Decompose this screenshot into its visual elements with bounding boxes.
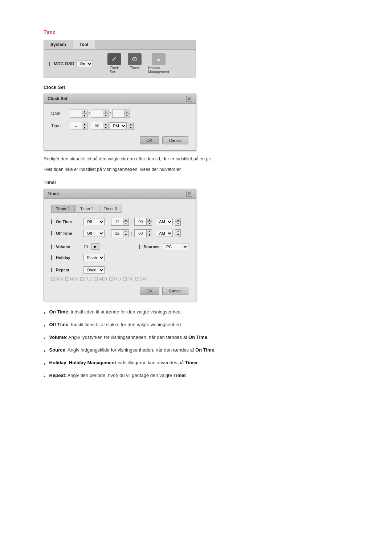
on-min-up[interactable]: ▲ — [147, 218, 152, 222]
date-year-up[interactable]: ▲ — [82, 110, 87, 114]
volume-label: Volume — [56, 245, 81, 249]
on-ampm-up[interactable]: ▲ — [175, 218, 180, 222]
off-hour-down[interactable]: ▼ — [123, 233, 128, 237]
timer-icon-item[interactable]: ⊙ Timer — [128, 53, 142, 74]
timer-ok-button[interactable]: OK — [140, 287, 159, 295]
sources-bar — [139, 245, 140, 249]
on-ampm-arrows: ▲ ▼ — [175, 218, 181, 226]
holiday-icon-item[interactable]: ≡ HolidayManagement — [148, 53, 169, 74]
pm-up[interactable]: ▲ — [128, 122, 133, 126]
day-fri-label: FRI — [127, 277, 133, 281]
date-day-up[interactable]: ▲ — [124, 110, 130, 114]
off-min-up[interactable]: ▲ — [147, 230, 152, 233]
clock-set-icon-label: ClockSet — [110, 66, 119, 74]
date-month-down[interactable]: ▼ — [103, 114, 108, 117]
off-min-down[interactable]: ▼ — [147, 233, 152, 237]
clock-dialog-close-button[interactable]: ✕ — [186, 96, 192, 102]
pm-arrows: ▲ ▼ — [128, 122, 134, 130]
on-hour-down[interactable]: ▼ — [123, 222, 128, 225]
days-row: SUN MON TUE WED THU — [51, 277, 188, 281]
off-time-label: Off Time — [56, 231, 81, 235]
day-thu: THU — [109, 277, 121, 281]
date-year-down[interactable]: ▼ — [82, 114, 87, 117]
day-thu-checkbox[interactable] — [109, 277, 113, 281]
timer-tabs: Timer 1 Timer 2 Timer 3 — [51, 205, 188, 213]
on-min-down[interactable]: ▼ — [147, 222, 152, 225]
day-wed-checkbox[interactable] — [94, 277, 98, 281]
time-title: Time — [44, 29, 348, 35]
holiday-select[interactable]: Disable Enable — [83, 254, 105, 261]
date-day-spinner[interactable]: -- ▲ ▼ — [112, 110, 130, 118]
day-tue-label: TUE — [85, 277, 92, 281]
time-hour-down[interactable]: ▼ — [82, 126, 87, 130]
clock-dialog-title: Clock Set — [48, 96, 68, 101]
timer-dialog-title: Timer — [48, 191, 59, 196]
day-fri: FRI — [123, 277, 133, 281]
clock-ok-button[interactable]: OK — [140, 136, 159, 144]
on-min-spinner[interactable]: 00 ▲ ▼ — [134, 218, 152, 226]
day-sat-label: SAT — [140, 277, 147, 281]
day-fri-checkbox[interactable] — [123, 277, 127, 281]
timer-dialog: Timer ✕ Timer 1 Timer 2 Timer 3 On Time … — [44, 189, 196, 301]
clock-set-icon-item[interactable]: ✓ ClockSet — [107, 53, 121, 74]
clock-date-row: Date ---- ▲ ▼ / -- ▲ ▼ — [51, 110, 188, 118]
day-wed: WED — [94, 277, 107, 281]
on-time-select[interactable]: Off On — [83, 218, 105, 225]
source-select[interactable]: PC HDMI — [163, 243, 188, 250]
date-year-spinner[interactable]: ---- ▲ ▼ — [70, 110, 87, 118]
time-hour-spinner[interactable]: -- ▲ ▼ — [70, 122, 87, 130]
system-tab-system[interactable]: System — [44, 40, 73, 49]
date-day-down[interactable]: ▼ — [124, 114, 130, 117]
on-ampm-down[interactable]: ▼ — [175, 222, 180, 225]
time-min-down[interactable]: ▼ — [103, 126, 108, 130]
repeat-label: Repeat — [56, 268, 81, 272]
on-time-bar — [51, 219, 52, 224]
system-tab-tool[interactable]: Tool — [73, 40, 95, 49]
repeat-select[interactable]: Once Daily Weekly — [83, 266, 105, 274]
date-day-value: -- — [113, 111, 124, 116]
system-ui-mockup: System Tool MDC OSD On Off ✓ ClockSet ⊙ … — [44, 40, 196, 78]
clock-dialog-footer: OK Cancel — [51, 134, 188, 144]
off-time-select[interactable]: Off On — [83, 230, 105, 237]
off-min-spinner[interactable]: 00 ▲ ▼ — [134, 229, 152, 237]
holiday-label: Holiday — [56, 255, 81, 260]
off-ampm-up[interactable]: ▲ — [175, 230, 180, 233]
time-ampm-select[interactable]: PM AM — [110, 122, 127, 130]
date-month-spinner[interactable]: -- ▲ ▼ — [91, 110, 109, 118]
mdc-osd-control: MDC OSD On Off — [49, 61, 93, 67]
timer-dialog-close-button[interactable]: ✕ — [186, 191, 192, 197]
holiday-icon: ≡ — [152, 53, 166, 65]
timer-cancel-button[interactable]: Cancel — [162, 287, 188, 295]
off-time-bar — [51, 231, 52, 235]
on-ampm-select[interactable]: AM PM — [156, 218, 173, 225]
date-month-up[interactable]: ▲ — [103, 110, 108, 114]
day-sun-label: SUN — [56, 277, 63, 281]
volume-increase-button[interactable]: ▶ — [91, 243, 99, 250]
system-body: MDC OSD On Off ✓ ClockSet ⊙ Timer ≡ Holi… — [44, 50, 196, 78]
off-hour-up[interactable]: ▲ — [123, 230, 128, 233]
bullet-source: • Source: Angiv indgangskilde for visnin… — [44, 346, 348, 356]
off-hour-spinner[interactable]: 12 ▲ ▼ — [111, 229, 129, 237]
pm-down[interactable]: ▼ — [128, 126, 133, 130]
timer-tab-1[interactable]: Timer 1 — [51, 205, 75, 213]
day-tue-checkbox[interactable] — [80, 277, 84, 281]
timer-tab-2[interactable]: Timer 2 — [75, 205, 98, 213]
time-min-up[interactable]: ▲ — [103, 122, 108, 126]
day-sun-checkbox[interactable] — [51, 277, 55, 281]
sources-label: Sources — [144, 245, 159, 249]
time-hour-up[interactable]: ▲ — [82, 122, 87, 126]
day-sat-checkbox[interactable] — [135, 277, 139, 281]
day-mon-label: MON — [70, 277, 78, 281]
timer-tab-3[interactable]: Timer 3 — [99, 205, 122, 213]
bullet-off-time: • Off Time: Indstil tiden til at slukke … — [44, 321, 348, 330]
mdc-osd-select[interactable]: On Off — [77, 61, 93, 67]
clock-time-label: Time — [51, 123, 68, 128]
off-ampm-down[interactable]: ▼ — [175, 233, 180, 237]
on-time-row: On Time Off On 12 ▲ ▼ : 00 ▲ — [51, 218, 188, 226]
off-ampm-select[interactable]: AM PM — [156, 230, 173, 237]
on-hour-spinner[interactable]: 12 ▲ ▼ — [111, 218, 129, 226]
time-min-spinner[interactable]: 00 ▲ ▼ — [91, 122, 109, 130]
on-hour-up[interactable]: ▲ — [123, 218, 128, 222]
day-mon-checkbox[interactable] — [65, 277, 69, 281]
clock-cancel-button[interactable]: Cancel — [162, 136, 188, 144]
